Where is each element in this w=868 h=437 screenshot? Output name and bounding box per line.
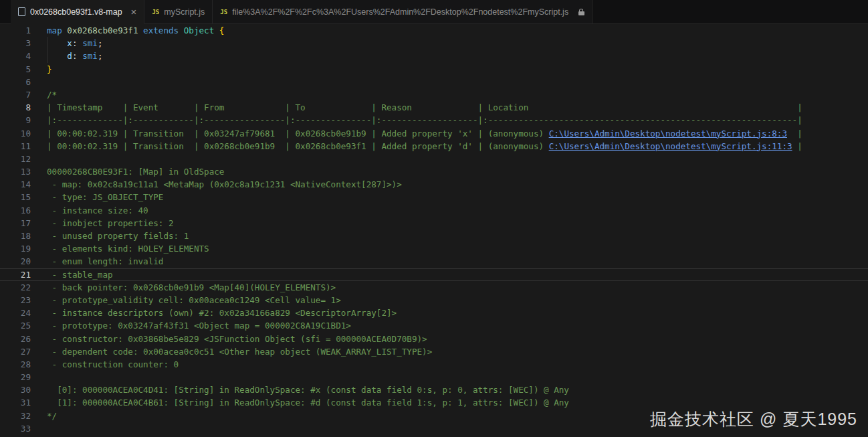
code-line-24[interactable]: 24 - instance descriptors (own) #2: 0x02… xyxy=(0,307,868,319)
js-file-icon: JS xyxy=(152,9,159,15)
tab-v8-map[interactable]: 0x0268cb0e93f1.v8-map× xyxy=(11,0,144,24)
code-line-18[interactable]: 18 - unused property fields: 1 xyxy=(0,230,868,242)
code-token: | Timestamp | Event | From | To | Reason… xyxy=(47,102,802,112)
watermark: 掘金技术社区 @ 夏天1995 xyxy=(650,408,857,430)
code-line-30[interactable]: 30 [0]: 000000ACEA0C4D41: [String] in Re… xyxy=(0,383,868,396)
line-number[interactable]: 19 xyxy=(0,242,31,255)
line-number[interactable]: 8 xyxy=(0,101,31,114)
code-token: Object xyxy=(184,25,215,35)
tab-label: 0x0268cb0e93f1.v8-map xyxy=(30,7,122,17)
code-token: [1]: 000000ACEA0C4B61: [String] in ReadO… xyxy=(47,398,569,408)
line-number[interactable]: 20 xyxy=(0,255,31,268)
code-line-19[interactable]: 19 - elements kind: HOLEY_ELEMENTS xyxy=(0,242,868,255)
code-line-31[interactable]: 31 [1]: 000000ACEA0C4B61: [String] in Re… xyxy=(0,396,868,409)
line-number[interactable]: 23 xyxy=(0,294,31,307)
line-number[interactable]: 28 xyxy=(0,358,31,371)
line-number[interactable]: 21 xyxy=(0,268,31,281)
code-line-10[interactable]: 10| 00:00:02.319 | Transition | 0x03247a… xyxy=(0,127,868,140)
line-number[interactable]: 31 xyxy=(0,396,31,409)
code-token xyxy=(214,25,219,35)
code-token xyxy=(78,38,83,48)
line-number[interactable]: 5 xyxy=(0,63,31,76)
code-line-9[interactable]: 9|:-------------|:------------|:--------… xyxy=(0,114,868,126)
code-line-1[interactable]: 1map 0x0268cb0e93f1 extends Object { xyxy=(0,24,868,37)
code-line-8[interactable]: 8| Timestamp | Event | From | To | Reaso… xyxy=(0,101,868,114)
line-number[interactable]: 17 xyxy=(0,217,31,230)
line-number[interactable]: 10 xyxy=(0,127,31,140)
code-line-21[interactable]: 21 - stable_map xyxy=(0,268,868,281)
code-line-4[interactable]: 4 d: smi; xyxy=(0,50,868,62)
line-number[interactable]: 29 xyxy=(0,371,31,383)
code-line-15[interactable]: 15 - type: JS_OBJECT_TYPE xyxy=(0,191,868,203)
code-token: ; xyxy=(98,38,103,48)
tab-myscript-js[interactable]: JSmyScript.js xyxy=(144,0,213,23)
line-number[interactable]: 13 xyxy=(0,165,31,178)
line-number[interactable]: 7 xyxy=(0,88,31,101)
editor[interactable]: 1map 0x0268cb0e93f1 extends Object {3 x:… xyxy=(0,24,868,437)
line-number[interactable]: 25 xyxy=(0,319,31,332)
line-number[interactable]: 9 xyxy=(0,114,31,126)
line-number[interactable]: 22 xyxy=(0,281,31,294)
line-number[interactable]: 14 xyxy=(0,178,31,191)
line-number[interactable]: 16 xyxy=(0,204,31,217)
code-line-23[interactable]: 23 - prototype_validity cell: 0x00acea0c… xyxy=(0,294,868,307)
line-number[interactable]: 6 xyxy=(0,76,31,88)
line-number[interactable]: 24 xyxy=(0,307,31,319)
code-text: /* xyxy=(47,88,57,101)
line-number[interactable]: 33 xyxy=(0,422,31,435)
line-number[interactable]: 1 xyxy=(0,24,31,37)
code-line-14[interactable]: 14 - map: 0x02c8a19c11a1 <MetaMap (0x02c… xyxy=(0,178,868,191)
code-line-12[interactable]: 12 xyxy=(0,153,868,165)
code-token: 0x0268cb0e93f1 xyxy=(67,25,138,35)
file-link[interactable]: C:\Users\Admin\Desktop\nodetest\myScript… xyxy=(549,128,787,139)
file-icon xyxy=(18,7,25,16)
code-token: : xyxy=(72,51,78,61)
line-number[interactable]: 27 xyxy=(0,345,31,358)
code-line-29[interactable]: 29 xyxy=(0,371,868,383)
line-number[interactable]: 15 xyxy=(0,191,31,203)
code-line-16[interactable]: 16 - instance size: 40 xyxy=(0,204,868,217)
line-number[interactable]: 11 xyxy=(0,140,31,153)
code-text: - construction counter: 0 xyxy=(47,358,179,371)
code-token: - instance descriptors (own) #2: 0x02a34… xyxy=(47,308,397,318)
code-token: /* xyxy=(47,90,57,100)
code-token: - instance size: 40 xyxy=(47,205,148,215)
line-number[interactable]: 26 xyxy=(0,333,31,345)
line-number[interactable]: 30 xyxy=(0,383,31,396)
code-token xyxy=(47,51,67,61)
code-line-13[interactable]: 1300000268CB0E93F1: [Map] in OldSpace xyxy=(0,165,868,178)
code-line-28[interactable]: 28 - construction counter: 0 xyxy=(0,358,868,371)
line-number[interactable]: 12 xyxy=(0,153,31,165)
code-text: - map: 0x02c8a19c11a1 <MetaMap (0x02c8a1… xyxy=(47,178,402,191)
file-link[interactable]: C:\Users\Admin\Desktop\nodetest\myScript… xyxy=(549,141,792,151)
line-number[interactable]: 4 xyxy=(0,50,31,62)
code-text: - enum length: invalid xyxy=(47,255,163,268)
code-line-6[interactable]: 6 xyxy=(0,76,868,88)
code-text: x: smi; xyxy=(47,37,102,50)
code-token: - back pointer: 0x0268cb0e91b9 <Map[40](… xyxy=(47,282,336,292)
code-token xyxy=(47,38,67,48)
tab-file-url[interactable]: JSfile%3A%2F%2F%2Fc%3A%2FUsers%2FAdmin%2… xyxy=(213,0,592,23)
code-line-7[interactable]: 7/* xyxy=(0,88,868,101)
code-line-5[interactable]: 5} xyxy=(0,63,868,76)
code-line-26[interactable]: 26 - constructor: 0x03868be5e829 <JSFunc… xyxy=(0,333,868,345)
code-lines: 1map 0x0268cb0e93f1 extends Object {3 x:… xyxy=(0,24,868,435)
code-token: : xyxy=(72,38,78,48)
code-line-11[interactable]: 11| 00:00:02.319 | Transition | 0x0268cb… xyxy=(0,140,868,153)
code-token: - type: JS_OBJECT_TYPE xyxy=(47,192,163,202)
code-text: [0]: 000000ACEA0C4D41: [String] in ReadO… xyxy=(47,383,569,396)
line-number[interactable]: 3 xyxy=(0,37,31,50)
code-token: | xyxy=(792,141,802,151)
code-line-20[interactable]: 20 - enum length: invalid xyxy=(0,255,868,268)
line-number[interactable]: 18 xyxy=(0,230,31,242)
code-token: - unused property fields: 1 xyxy=(47,231,189,241)
code-token: - enum length: invalid xyxy=(47,256,163,266)
code-text: - dependent code: 0x00acea0c0c51 <Other … xyxy=(47,345,432,358)
code-line-25[interactable]: 25 - prototype: 0x03247af43f31 <Object m… xyxy=(0,319,868,332)
code-line-17[interactable]: 17 - inobject properties: 2 xyxy=(0,217,868,230)
line-number[interactable]: 32 xyxy=(0,410,31,422)
code-line-3[interactable]: 3 x: smi; xyxy=(0,37,868,50)
code-line-22[interactable]: 22 - back pointer: 0x0268cb0e91b9 <Map[4… xyxy=(0,281,868,294)
code-line-27[interactable]: 27 - dependent code: 0x00acea0c0c51 <Oth… xyxy=(0,345,868,358)
close-icon[interactable]: × xyxy=(131,7,137,17)
